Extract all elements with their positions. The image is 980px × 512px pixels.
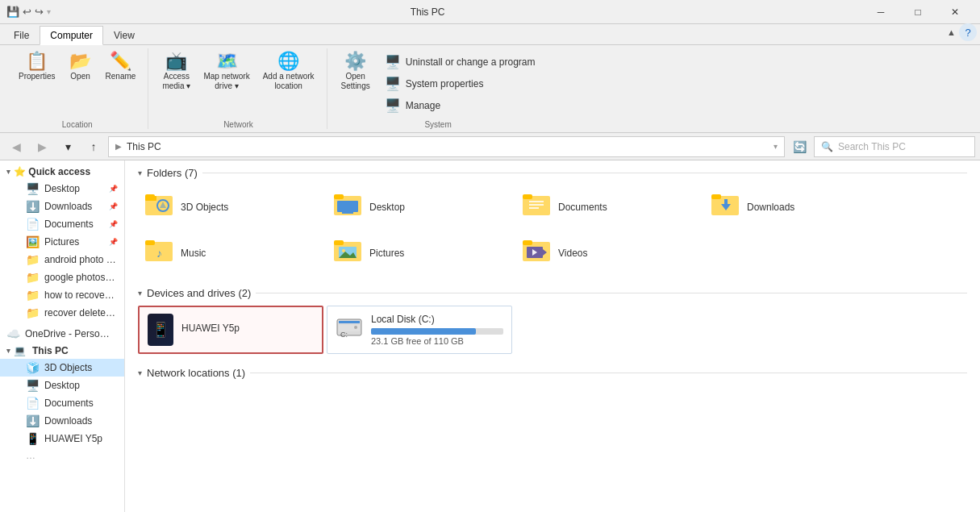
sidebar-item-onedrive[interactable]: ☁️ OneDrive - Person… — [0, 325, 124, 343]
ribbon-content: 📋 Properties 📂 Open ✏️ Rename Location 📺 — [0, 45, 980, 132]
pictures-folder-name: Pictures — [369, 248, 404, 259]
access-media-button[interactable]: 📺 Accessmedia ▾ — [156, 48, 196, 95]
folders-section-label: Folders (7) — [147, 167, 198, 179]
drive-huawei[interactable]: 📱 HUAWEI Y5p — [138, 306, 323, 354]
sidebar-item-desktop[interactable]: 🖥️ Desktop 📌 — [0, 180, 124, 198]
folder-downloads[interactable]: Downloads — [704, 185, 890, 228]
svg-rect-8 — [342, 212, 353, 214]
recent-button[interactable]: ▾ — [56, 135, 79, 158]
folders-section-header[interactable]: ▾ Folders (7) — [138, 167, 967, 179]
music-folder-name: Music — [181, 248, 206, 259]
back-button[interactable]: ◀ — [5, 135, 27, 158]
refresh-button[interactable]: 🔄 — [788, 135, 811, 158]
add-network-location-button[interactable]: 🌐 Add a networklocation — [257, 48, 320, 95]
svg-rect-13 — [529, 207, 539, 209]
how-to-recover-icon: 📁 — [26, 289, 40, 302]
documents-pc-icon: 📄 — [26, 397, 40, 410]
sidebar-item-documents-pc[interactable]: 📄 Documents — [0, 394, 124, 412]
folder-3d-objects[interactable]: 3D Objects — [138, 185, 323, 228]
redo-icon[interactable]: ↪ — [35, 6, 44, 18]
rename-icon: ✏️ — [110, 52, 131, 70]
save-icon[interactable]: 💾 — [6, 6, 19, 18]
open-button[interactable]: 📂 Open — [63, 48, 98, 85]
network-chevron: ▾ — [138, 368, 142, 377]
sidebar-item-how-to-recover[interactable]: 📁 how to recover e… — [0, 286, 124, 304]
folder-pictures[interactable]: Pictures — [327, 231, 512, 274]
3d-objects-folder-icon — [145, 191, 174, 223]
devices-section-header[interactable]: ▾ Devices and drives (2) — [138, 287, 967, 299]
rename-button[interactable]: ✏️ Rename — [100, 48, 142, 85]
downloads-sidebar-icon: ⬇️ — [26, 200, 40, 213]
manage-icon: 🖥️ — [385, 98, 401, 113]
sidebar-item-more[interactable]: … — [0, 447, 124, 464]
tab-file[interactable]: File — [3, 26, 40, 44]
onedrive-icon: ☁️ — [6, 327, 20, 340]
sidebar-item-3d-objects[interactable]: 🧊 3D Objects — [0, 359, 124, 377]
3d-objects-label: 3D Objects — [44, 362, 92, 373]
close-button[interactable]: ✕ — [936, 0, 974, 24]
sidebar-item-android-photo[interactable]: 📁 android photo r… — [0, 251, 124, 268]
properties-button[interactable]: 📋 Properties — [13, 48, 61, 85]
sidebar-item-huawei[interactable]: 📱 HUAWEI Y5p — [0, 430, 124, 447]
minimize-button[interactable]: ─ — [862, 0, 899, 24]
sidebar-item-downloads-pc[interactable]: ⬇️ Downloads — [0, 412, 124, 430]
network-section-header[interactable]: ▾ Network locations (1) — [138, 367, 967, 379]
quick-access-header[interactable]: ▾ ⭐ Quick access — [0, 164, 124, 180]
search-box[interactable]: 🔍 Search This PC — [814, 136, 975, 157]
desktop-pc-icon: 🖥️ — [26, 379, 40, 392]
quick-access-toolbar: 💾 ↩ ↪ ▾ — [6, 6, 51, 18]
undo-icon[interactable]: ↩ — [23, 6, 31, 18]
sidebar-item-downloads[interactable]: ⬇️ Downloads 📌 — [0, 198, 124, 215]
sidebar-item-documents[interactable]: 📄 Documents 📌 — [0, 215, 124, 233]
documents-pc-label: Documents — [44, 398, 94, 409]
recover-deleted-label: recover deleted p… — [44, 307, 117, 318]
dropdown-icon[interactable]: ▾ — [47, 7, 51, 16]
forward-button[interactable]: ▶ — [31, 135, 53, 158]
ribbon-tabs: File Computer View ▲ ? — [0, 24, 980, 45]
devices-divider — [256, 293, 967, 293]
sidebar-item-pictures[interactable]: 🖼️ Pictures 📌 — [0, 233, 124, 251]
sidebar-item-recover-deleted[interactable]: 📁 recover deleted p… — [0, 304, 124, 322]
this-pc-header[interactable]: ▾ 💻 This PC — [0, 343, 124, 359]
open-icon: 📂 — [69, 52, 91, 70]
folder-music[interactable]: ♪ Music — [138, 231, 323, 274]
sidebar-item-desktop-pc[interactable]: 🖥️ Desktop — [0, 377, 124, 394]
drives-grid: 📱 HUAWEI Y5p C: — [138, 306, 967, 354]
folder-videos[interactable]: Videos — [515, 231, 701, 274]
quick-access-label: ⭐ Quick access — [14, 166, 90, 177]
address-bar-chevron: ▶ — [115, 142, 122, 151]
ribbon-group-location: 📋 Properties 📂 Open ✏️ Rename Location — [6, 48, 148, 129]
tab-computer[interactable]: Computer — [40, 26, 103, 45]
system-group-label: System — [336, 119, 541, 129]
search-placeholder: Search This PC — [838, 141, 906, 152]
title-bar: 💾 ↩ ↪ ▾ This PC ─ □ ✕ — [0, 0, 980, 24]
drive-local-disk[interactable]: C: Local Disk (C:) 23.1 GB free of 110 G… — [327, 306, 512, 354]
folder-documents[interactable]: Documents — [515, 185, 701, 228]
tab-view[interactable]: View — [103, 26, 145, 44]
downloads-folder-icon — [711, 191, 740, 223]
google-photos-label: google photos r… — [44, 272, 117, 283]
window-controls: ─ □ ✕ — [862, 0, 974, 24]
manage-item[interactable]: 🖥️ Manage — [379, 95, 541, 115]
uninstall-item[interactable]: 🖥️ Uninstall or change a program — [379, 52, 541, 72]
local-disk-bar — [371, 328, 476, 335]
folder-desktop[interactable]: Desktop — [327, 185, 512, 228]
svg-rect-6 — [334, 194, 344, 199]
up-button[interactable]: ↑ — [82, 135, 105, 158]
svg-rect-7 — [337, 201, 358, 212]
map-network-drive-button[interactable]: 🗺️ Map networkdrive ▾ — [198, 48, 255, 95]
sidebar-item-google-photos[interactable]: 📁 google photos r… — [0, 268, 124, 286]
ribbon-collapse-button[interactable]: ▲ — [947, 27, 956, 37]
help-button[interactable]: ? — [959, 23, 977, 41]
address-dropdown-icon[interactable]: ▾ — [774, 142, 778, 151]
android-photo-label: android photo r… — [44, 254, 117, 265]
videos-folder-icon — [523, 237, 552, 268]
open-settings-button[interactable]: ⚙️ OpenSettings — [336, 48, 376, 119]
window-title: This PC — [57, 6, 798, 18]
svg-text:♪: ♪ — [156, 247, 162, 260]
downloads-pc-label: Downloads — [44, 415, 92, 427]
system-properties-item[interactable]: 🖥️ System properties — [379, 73, 541, 94]
address-bar-input[interactable]: ▶ This PC ▾ — [108, 136, 785, 157]
maximize-button[interactable]: □ — [899, 0, 936, 24]
this-pc-icon: 💻 — [14, 345, 26, 356]
